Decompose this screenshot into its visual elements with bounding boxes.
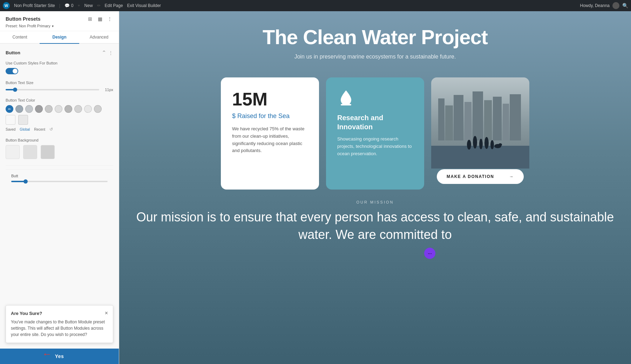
button-bg-label: Button Background: [6, 138, 113, 142]
sidebar-header-icons: ⊞ ▦ ⋮: [87, 15, 113, 22]
text-size-slider-track[interactable]: [6, 89, 99, 90]
bottom-slider-track[interactable]: [11, 181, 108, 182]
exit-builder-button[interactable]: Exit Visual Builder: [127, 3, 161, 8]
comments-icon[interactable]: 💬 0: [65, 3, 74, 8]
swatch-labels: Saved Global Recent ↺: [6, 127, 113, 132]
swatch-white[interactable]: [6, 115, 15, 125]
sidebar-title-row: Button Presets ⊞ ▦ ⋮: [6, 15, 113, 22]
separator1: |: [59, 3, 60, 8]
sidebar: Button Presets ⊞ ▦ ⋮ Preset: Non Profit …: [0, 11, 119, 364]
svg-rect-3: [438, 98, 445, 140]
svg-rect-10: [503, 104, 509, 140]
main-layout: Button Presets ⊞ ▦ ⋮ Preset: Non Profit …: [0, 11, 631, 364]
recent-label[interactable]: Recent: [34, 128, 45, 131]
new-button[interactable]: New: [84, 3, 93, 8]
preset-arrow[interactable]: ▾: [52, 24, 54, 28]
svg-rect-12: [431, 146, 529, 169]
tab-content[interactable]: Content: [0, 31, 40, 44]
swatch-light[interactable]: [18, 115, 28, 125]
expand-icon[interactable]: ⊞: [87, 15, 94, 22]
hero-title: The Clean Water Project: [126, 25, 624, 49]
text-size-field: Button Text Size 11px: [6, 81, 113, 92]
swatch-7[interactable]: [74, 105, 82, 113]
svg-point-16: [484, 137, 489, 149]
swatch-5[interactable]: [55, 105, 62, 113]
yes-button[interactable]: Yes: [0, 349, 119, 364]
saved-label[interactable]: Saved: [6, 128, 15, 131]
wp-logo[interactable]: W: [3, 2, 10, 9]
swatch-4[interactable]: [45, 105, 53, 113]
search-icon[interactable]: 🔍: [622, 3, 628, 8]
donation-button[interactable]: MAKE A DONATION →: [437, 169, 524, 184]
yes-button-area: Yes: [0, 349, 119, 364]
custom-styles-toggle[interactable]: [6, 68, 18, 74]
color-picker-icon[interactable]: ✏: [6, 105, 13, 113]
button-background-field: Button Background: [6, 138, 113, 159]
custom-styles-label: Use Custom Styles For Button: [6, 61, 113, 65]
confirm-message: You've made changes to the Button Module…: [11, 319, 108, 338]
confirm-title-row: Are You Sure? ×: [11, 310, 108, 316]
svg-point-13: [467, 140, 471, 150]
feature-card-desc: Showcasing ongoing research projects, te…: [337, 136, 413, 157]
section-more-icon[interactable]: ⋮: [108, 50, 113, 56]
bottom-slider-row: [11, 181, 108, 182]
mission-section: OUR MISSION Our mission is to ensure tha…: [119, 190, 631, 251]
separator2: +: [78, 3, 80, 8]
feature-card-title: Research and Innovation: [337, 113, 413, 131]
svg-point-19: [498, 143, 502, 146]
hero-section: The Clean Water Project Join us in prese…: [119, 11, 631, 70]
layout-icon[interactable]: ▦: [96, 15, 103, 22]
swatch-9[interactable]: [94, 105, 102, 113]
cards-row: 15M $ Raised for the Sea We have recycle…: [119, 77, 631, 190]
image-card: MAKE A DONATION →: [431, 77, 529, 190]
bg-swatches: [6, 145, 113, 159]
svg-rect-6: [464, 102, 471, 140]
btn-bottom-label: Butt: [11, 174, 18, 178]
swatch-3[interactable]: [35, 105, 43, 113]
top-bar-right: Howdy, Deanna 🔍: [580, 2, 629, 9]
bg-swatch-3[interactable]: [41, 145, 55, 159]
card-text: We have recycled 75% of the waste from o…: [232, 125, 308, 154]
preset-label: Preset: Non Profit Primary: [6, 24, 50, 28]
emoji-dots: ···: [428, 250, 432, 256]
global-label[interactable]: Global: [20, 128, 30, 131]
separator3: ✏: [97, 3, 101, 8]
edit-page-button[interactable]: Edit Page: [105, 3, 123, 8]
tab-advanced[interactable]: Advanced: [79, 31, 119, 44]
confirm-dialog: Are You Sure? × You've made changes to t…: [6, 305, 113, 343]
main-content: The Clean Water Project Join us in prese…: [119, 11, 631, 364]
toggle-knob: [13, 69, 18, 74]
red-arrow: ←: [42, 349, 52, 360]
section-collapse-icon[interactable]: ⌃: [102, 49, 106, 56]
hero-subtitle: Join us in preserving marine ecosystems …: [126, 54, 624, 60]
sidebar-tabs: Content Design Advanced: [0, 31, 119, 44]
text-size-slider-row: 11px: [6, 88, 113, 92]
swatch-6[interactable]: [65, 105, 72, 113]
confirm-title: Are You Sure?: [11, 311, 42, 316]
mission-label: OUR MISSION: [133, 200, 617, 204]
mission-text: Our mission is to ensure that every pers…: [133, 208, 617, 244]
user-avatar[interactable]: [612, 2, 619, 9]
wp-logo-text: W: [5, 4, 8, 8]
swatch-reset-icon[interactable]: ↺: [49, 127, 53, 132]
text-size-value: 11px: [103, 88, 113, 92]
sidebar-bottom-area: Butt: [6, 169, 113, 184]
confirm-close-button[interactable]: ×: [105, 310, 108, 316]
bg-swatch-2[interactable]: [23, 145, 37, 159]
more-icon[interactable]: ⋮: [106, 15, 113, 22]
text-color-field: Button Text Color ✏: [6, 98, 113, 132]
svg-point-17: [490, 140, 494, 149]
howdy-label: Howdy, Deanna: [580, 3, 610, 8]
tab-design[interactable]: Design: [40, 31, 79, 44]
custom-styles-toggle-row: [6, 68, 113, 74]
swatch-8[interactable]: [84, 105, 92, 113]
bg-swatch-1[interactable]: [6, 145, 20, 159]
card-link[interactable]: $ Raised for the Sea: [232, 112, 308, 120]
svg-rect-5: [454, 95, 463, 140]
text-color-label: Button Text Color: [6, 98, 113, 102]
emoji-overlay: ···: [424, 248, 435, 259]
button-section-title: Button: [6, 50, 20, 55]
swatch-1[interactable]: [15, 105, 23, 113]
site-name[interactable]: Non Profit Starter Site: [14, 3, 55, 8]
swatch-2[interactable]: [25, 105, 33, 113]
